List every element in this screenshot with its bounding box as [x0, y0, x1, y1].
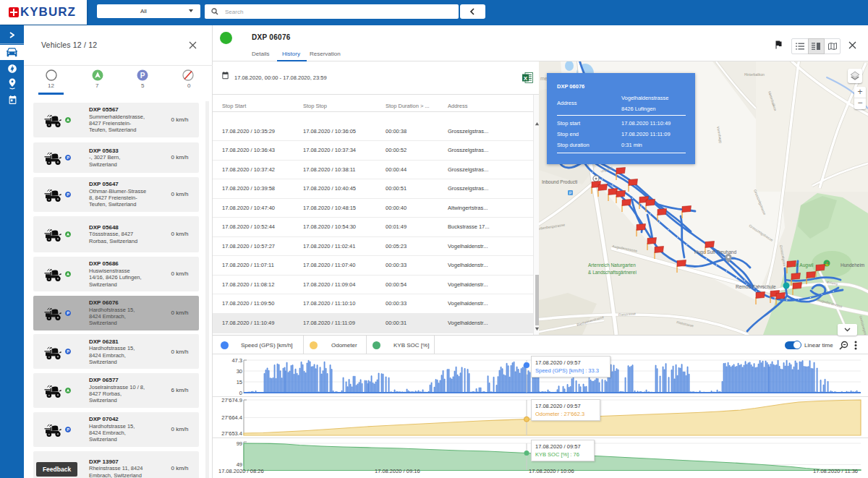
svg-text:Artenreich Naturgarten: Artenreich Naturgarten: [588, 263, 636, 268]
svg-text:49: 49: [237, 461, 242, 468]
svg-text:P: P: [67, 427, 69, 432]
svg-text:15: 15: [237, 379, 242, 385]
svg-text:99: 99: [237, 440, 242, 447]
svg-text:RemoS Fahrschule: RemoS Fahrschule: [736, 284, 776, 289]
svg-text:P: P: [140, 72, 145, 80]
svg-text:27’664.4: 27’664.4: [221, 414, 242, 421]
svg-text:0: 0: [239, 390, 242, 396]
svg-text:27’674.9: 27’674.9: [221, 397, 242, 404]
svg-text:Hugo Suff Treuhand: Hugo Suff Treuhand: [694, 249, 736, 255]
svg-text:⛳: ⛳: [825, 261, 830, 267]
svg-text:P: P: [67, 311, 69, 315]
svg-text:X: X: [524, 75, 528, 82]
svg-text:P: P: [67, 155, 69, 160]
svg-text:P: P: [67, 192, 69, 197]
svg-text:P: P: [569, 191, 572, 195]
svg-text:olf Augwil: olf Augwil: [793, 263, 814, 268]
svg-text:Hinterbalikon: Hinterbalikon: [744, 73, 765, 77]
svg-text:Hundeheim: Hundeheim: [841, 263, 864, 268]
svg-text:27’653.4: 27’653.4: [221, 430, 242, 437]
svg-text:P: P: [67, 349, 69, 354]
svg-text:47.3: 47.3: [231, 357, 242, 364]
svg-text:Inbound Producti: Inbound Producti: [542, 179, 577, 184]
svg-text:& Landschaftsgärtnerei: & Landschaftsgärtnerei: [588, 270, 637, 276]
svg-text:30: 30: [237, 368, 242, 375]
